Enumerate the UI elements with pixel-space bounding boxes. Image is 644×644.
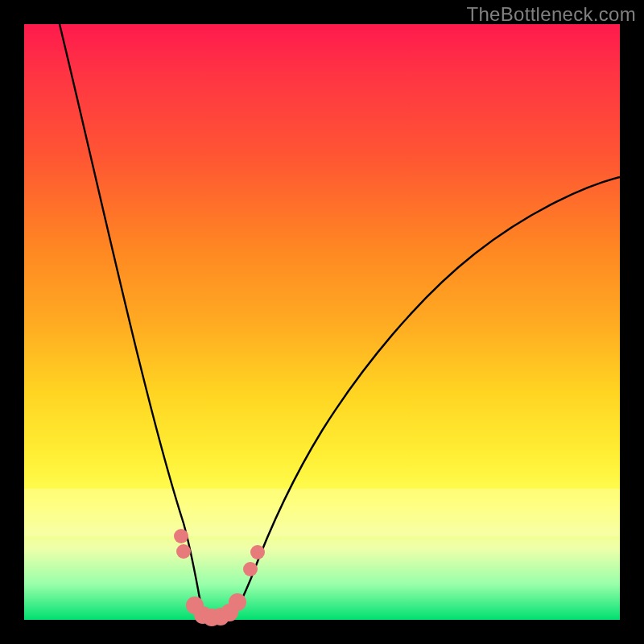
watermark-text: TheBottleneck.com (466, 3, 636, 26)
plot-area (24, 24, 620, 620)
chart-frame: TheBottleneck.com (0, 0, 644, 644)
marker-dot (250, 545, 265, 559)
bottleneck-curve (24, 24, 620, 620)
marker-dot (174, 529, 188, 543)
marker-dot (229, 593, 246, 611)
marker-dot (176, 544, 191, 559)
marker-dot (243, 562, 258, 576)
